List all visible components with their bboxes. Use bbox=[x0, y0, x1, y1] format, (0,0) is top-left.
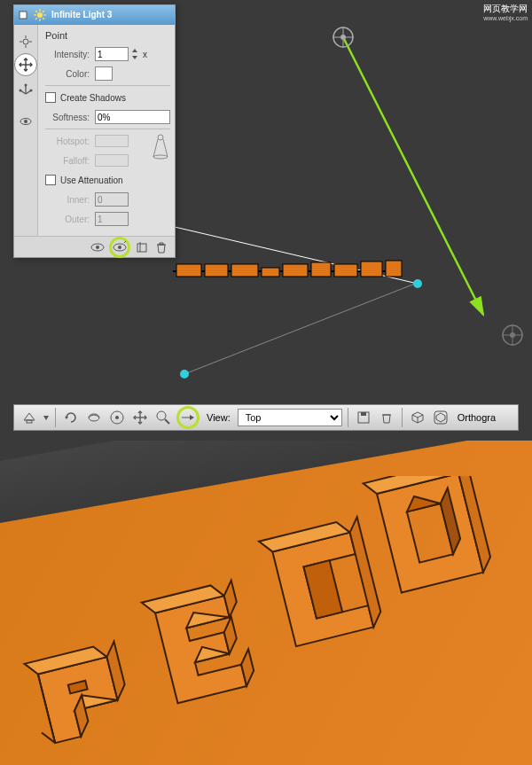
intensity-input[interactable] bbox=[95, 47, 129, 61]
hotspot-input bbox=[95, 135, 129, 147]
falloff-input bbox=[95, 154, 129, 167]
hotspot-label: Hotspot: bbox=[45, 137, 90, 146]
svg-point-25 bbox=[37, 12, 43, 18]
svg-rect-63 bbox=[27, 420, 32, 423]
svg-rect-15 bbox=[176, 264, 201, 277]
svg-marker-65 bbox=[65, 417, 68, 419]
ortho-label: Orthogra bbox=[458, 412, 496, 423]
falloff-cone-icon bbox=[151, 133, 170, 160]
svg-line-1 bbox=[184, 284, 415, 374]
color-swatch[interactable] bbox=[95, 66, 113, 81]
svg-rect-23 bbox=[386, 261, 402, 277]
tb-zoom-icon[interactable] bbox=[153, 408, 173, 427]
svg-rect-22 bbox=[361, 262, 382, 277]
panel-title: Infinite Light 3 bbox=[51, 10, 171, 20]
svg-point-6 bbox=[333, 27, 353, 47]
svg-point-45 bbox=[20, 90, 22, 92]
watermark-main: 网页教学网 bbox=[483, 3, 528, 15]
svg-rect-18 bbox=[262, 268, 279, 277]
create-shadows-label: Create Shadows bbox=[60, 93, 126, 103]
use-attenuation-checkbox[interactable] bbox=[45, 175, 56, 185]
svg-marker-50 bbox=[132, 56, 137, 59]
svg-point-2 bbox=[413, 279, 422, 288]
outer-label: Outer: bbox=[45, 215, 90, 224]
svg-point-10 bbox=[503, 325, 522, 345]
svg-point-68 bbox=[115, 416, 119, 419]
tb-walk-icon[interactable] bbox=[176, 406, 200, 429]
3d-toolbar: View: Top Orthogra bbox=[13, 404, 519, 431]
new-light-icon[interactable] bbox=[134, 239, 150, 255]
svg-point-48 bbox=[24, 120, 27, 123]
outer-input bbox=[95, 212, 129, 226]
svg-line-0 bbox=[175, 227, 418, 284]
svg-rect-17 bbox=[231, 264, 258, 277]
svg-point-3 bbox=[180, 370, 189, 379]
svg-line-59 bbox=[124, 241, 127, 243]
softness-input[interactable] bbox=[95, 110, 170, 124]
falloff-label: Falloff: bbox=[45, 156, 90, 166]
dropdown-icon[interactable] bbox=[43, 411, 50, 424]
svg-line-32 bbox=[43, 11, 44, 12]
svg-point-71 bbox=[157, 411, 166, 420]
svg-point-51 bbox=[158, 135, 163, 140]
svg-line-30 bbox=[35, 11, 37, 12]
svg-point-7 bbox=[340, 35, 346, 40]
svg-rect-76 bbox=[361, 412, 366, 416]
stepper-icon[interactable] bbox=[130, 48, 139, 60]
tool-light-icon[interactable] bbox=[16, 32, 35, 51]
tb-home-icon[interactable] bbox=[20, 408, 39, 427]
create-shadows-checkbox[interactable] bbox=[45, 92, 56, 103]
svg-point-34 bbox=[23, 39, 28, 44]
toggle-lights-icon[interactable] bbox=[90, 239, 106, 255]
intensity-label: Intensity: bbox=[45, 50, 90, 59]
svg-marker-62 bbox=[24, 413, 35, 420]
panel-header[interactable]: Infinite Light 3 bbox=[14, 5, 175, 25]
tb-move-icon[interactable] bbox=[130, 408, 150, 427]
svg-point-56 bbox=[96, 246, 99, 249]
inner-label: Inner: bbox=[45, 195, 90, 205]
svg-line-53 bbox=[163, 139, 168, 157]
tb-pan-icon[interactable] bbox=[107, 408, 127, 427]
svg-point-58 bbox=[118, 246, 121, 249]
tb-rotate-icon[interactable] bbox=[61, 408, 81, 427]
svg-line-72 bbox=[165, 419, 169, 424]
tool-move-icon[interactable] bbox=[14, 53, 37, 76]
svg-marker-74 bbox=[190, 415, 194, 420]
tb-roll-icon[interactable] bbox=[84, 408, 104, 427]
svg-rect-16 bbox=[205, 264, 228, 277]
watermark-sub: www.webjx.com bbox=[483, 15, 528, 21]
svg-line-33 bbox=[35, 18, 37, 20]
light-guides-icon[interactable] bbox=[109, 237, 130, 258]
svg-point-44 bbox=[25, 84, 27, 87]
tool-eye-icon[interactable] bbox=[16, 112, 35, 131]
light-icon bbox=[34, 9, 46, 21]
svg-rect-20 bbox=[311, 262, 331, 277]
tb-save-icon[interactable] bbox=[354, 408, 373, 427]
svg-rect-14 bbox=[173, 270, 399, 272]
tb-render-icon[interactable] bbox=[408, 408, 427, 427]
svg-point-11 bbox=[510, 332, 515, 338]
use-attenuation-label: Use Attenuation bbox=[60, 176, 123, 185]
delete-light-icon[interactable] bbox=[153, 239, 169, 255]
svg-line-5 bbox=[343, 37, 483, 315]
tb-delete-icon[interactable] bbox=[377, 408, 396, 427]
svg-rect-21 bbox=[334, 264, 357, 277]
light-options-panel: Infinite Light 3 Point Intensity: x bbox=[13, 4, 176, 258]
tool-axis-icon[interactable] bbox=[16, 78, 35, 98]
svg-marker-64 bbox=[43, 416, 49, 420]
view-label: View: bbox=[207, 412, 231, 423]
svg-point-46 bbox=[30, 90, 33, 92]
inner-input bbox=[95, 192, 129, 207]
svg-line-31 bbox=[43, 18, 44, 20]
color-label: Color: bbox=[45, 69, 90, 79]
svg-line-52 bbox=[153, 139, 158, 157]
svg-rect-19 bbox=[283, 264, 308, 277]
svg-rect-24 bbox=[20, 12, 27, 19]
section-label: Point bbox=[45, 30, 170, 41]
tb-quality-icon[interactable] bbox=[431, 408, 450, 427]
softness-label: Softness: bbox=[45, 113, 90, 122]
view-select[interactable]: Top bbox=[238, 409, 342, 426]
svg-point-54 bbox=[153, 155, 168, 159]
svg-rect-60 bbox=[137, 244, 146, 252]
svg-marker-49 bbox=[132, 49, 137, 52]
